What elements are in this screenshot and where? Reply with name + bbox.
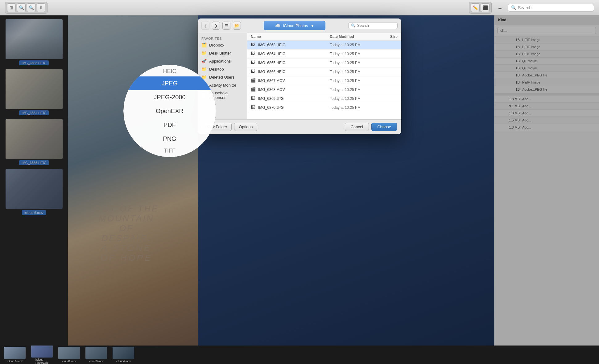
- search-bar[interactable]: 🔍: [508, 4, 594, 12]
- applications-icon: 🚀: [201, 59, 207, 63]
- film-item-5[interactable]: icloud4.mov: [111, 347, 136, 363]
- dialog-search[interactable]: 🔍: [348, 22, 398, 29]
- file-icon-2: 🖼: [251, 51, 256, 57]
- format-item-jpeg[interactable]: JPEG: [123, 76, 216, 90]
- file-name-1: IMG_6863.HEIC: [258, 43, 330, 47]
- format-item-jpeg2000[interactable]: JPEG-2000: [123, 90, 216, 104]
- film-thumb-1: [4, 347, 26, 359]
- format-popup-wrapper: HEIC JPEG JPEG-2000 OpenEXR PDF PNG TIFF: [123, 65, 216, 157]
- format-item-openexr[interactable]: OpenEXR: [123, 104, 216, 118]
- dialog-search-icon: 🔍: [351, 23, 356, 28]
- sidebar-label-dropbox: Dropbox: [209, 43, 224, 47]
- search-icon: 🔍: [511, 5, 516, 10]
- toolbar-share-btn[interactable]: ⬆: [37, 3, 45, 12]
- file-name-2: IMG_6864.HEIC: [258, 52, 330, 56]
- file-name-7: IMG_6869.JPG: [258, 96, 330, 101]
- file-name-4: IMG_6866.HEIC: [258, 70, 330, 74]
- choose-button[interactable]: Choose: [371, 123, 397, 131]
- options-button[interactable]: Options: [234, 123, 257, 131]
- col-size-header: Size: [379, 35, 398, 39]
- sidebar-item-dropbox[interactable]: 🗂️ Dropbox: [198, 41, 247, 49]
- film-thumb-2: [31, 346, 53, 358]
- file-date-8: Today at 10:25 PM: [330, 105, 379, 110]
- file-row-2[interactable]: 🖼 IMG_6864.HEIC Today at 10:25 PM: [247, 50, 401, 59]
- dialog-overlay: ❮ ❯ ☰ 📂 ☁️ iCloud Photos ▼ 🔍 Favorites: [0, 15, 599, 346]
- search-input[interactable]: [518, 5, 591, 10]
- file-icon-1: 🖼: [251, 42, 256, 48]
- file-row-6[interactable]: 🎬 IMG_6868.MOV Today at 10:25 PM: [247, 85, 401, 94]
- cloud-folder-icon: ☁️: [275, 23, 281, 28]
- col-name-header: Name: [251, 35, 330, 39]
- dialog-toolbar: ❮ ❯ ☰ 📂 ☁️ iCloud Photos ▼ 🔍: [198, 18, 401, 33]
- toolbar-pencil-btn[interactable]: ✏️: [471, 3, 480, 12]
- file-row-3[interactable]: 🖼 IMG_6865.HEIC Today at 10:25 PM: [247, 59, 401, 67]
- file-date-4: Today at 10:25 PM: [330, 70, 379, 74]
- toolbar-zoom-out-btn[interactable]: 🔍: [17, 3, 26, 12]
- col-date-header: Date Modified: [330, 35, 379, 39]
- dialog-forward-btn[interactable]: ❯: [212, 22, 220, 30]
- format-item-png[interactable]: PNG: [123, 132, 216, 146]
- film-item-4[interactable]: icloud3.mov: [84, 347, 109, 363]
- file-icon-8: 🖼: [251, 105, 256, 110]
- location-dropdown[interactable]: ☁️ iCloud Photos ▼: [264, 21, 325, 30]
- file-icon-5: 🎬: [251, 78, 256, 84]
- film-label-4: icloud3.mov: [89, 360, 104, 363]
- file-icon-4: 🖼: [251, 69, 256, 75]
- desk-blotter-icon: 📁: [201, 51, 207, 55]
- film-thumb-5: [113, 347, 134, 359]
- toolbar-expand-btn[interactable]: ⬛: [481, 3, 490, 12]
- toolbar-cloud-btn[interactable]: ☁: [495, 3, 504, 12]
- file-row-7[interactable]: 🖼 IMG_6869.JPG Today at 10:25 PM: [247, 94, 401, 103]
- file-row-5[interactable]: 🎬 IMG_6867.MOV Today at 10:25 PM: [247, 76, 401, 85]
- dialog-folder-btn[interactable]: 📂: [233, 22, 241, 30]
- file-row-4[interactable]: 🖼 IMG_6866.HEIC Today at 10:25 PM: [247, 67, 401, 76]
- file-icon-3: 🖼: [251, 60, 256, 66]
- file-date-3: Today at 10:25 PM: [330, 61, 379, 65]
- favorites-header: Favorites: [198, 35, 247, 41]
- film-item-2[interactable]: iCloudPhotos.zip: [30, 346, 54, 364]
- dropdown-chevron-icon: ▼: [311, 23, 315, 28]
- film-label-1: icloud 6.mov: [7, 360, 23, 363]
- filmstrip: icloud 6.mov iCloudPhotos.zip icloud2.mo…: [0, 346, 599, 364]
- dialog-back-btn[interactable]: ❮: [201, 22, 209, 30]
- toolbar-grid-btn[interactable]: ⊞: [7, 3, 16, 12]
- format-item-pdf[interactable]: PDF: [123, 118, 216, 132]
- toolbar-zoom-in-btn[interactable]: 🔍: [27, 3, 35, 12]
- format-dropdown-magnified: HEIC JPEG JPEG-2000 OpenEXR PDF PNG TIFF: [123, 65, 216, 157]
- sidebar-item-applications[interactable]: 🚀 Applications: [198, 57, 247, 65]
- format-item-heic[interactable]: HEIC: [123, 66, 216, 76]
- file-date-5: Today at 10:25 PM: [330, 79, 379, 83]
- film-item-3[interactable]: icloud2.mov: [57, 347, 81, 363]
- dialog-view-btn[interactable]: ☰: [222, 22, 230, 30]
- file-date-2: Today at 10:25 PM: [330, 52, 379, 56]
- format-list: HEIC JPEG JPEG-2000 OpenEXR PDF PNG TIFF: [123, 66, 216, 156]
- location-label: iCloud Photos: [283, 23, 308, 28]
- sidebar-item-desk-blotter[interactable]: 📁 Desk Blotter: [198, 49, 247, 57]
- cancel-button[interactable]: Cancel: [345, 123, 369, 131]
- film-label-3: icloud2.mov: [62, 360, 76, 363]
- toolbar-group-left: ⊞ 🔍 🔍 ⬆: [5, 2, 48, 14]
- mac-toolbar: ⊞ 🔍 🔍 ⬆ ✏️ ⬛ ☁ 🔍: [0, 0, 599, 15]
- file-date-1: Today at 10:25 PM: [330, 43, 379, 47]
- file-icon-7: 🖼: [251, 96, 256, 101]
- dropbox-icon: 🗂️: [201, 43, 207, 47]
- film-item-1[interactable]: icloud 6.mov: [2, 347, 27, 363]
- file-name-6: IMG_6868.MOV: [258, 88, 330, 92]
- location-picker: ☁️ iCloud Photos ▼: [243, 21, 346, 30]
- dialog-search-input[interactable]: [357, 23, 395, 28]
- file-row-1[interactable]: 🖼 IMG_6863.HEIC Today at 10:25 PM: [247, 41, 401, 50]
- file-name-8: IMG_6870.JPG: [258, 105, 330, 110]
- file-icon-6: 🎬: [251, 87, 256, 92]
- file-row-8[interactable]: 🖼 IMG_6870.JPG Today at 10:25 PM: [247, 103, 401, 112]
- file-date-7: Today at 10:25 PM: [330, 96, 379, 101]
- toolbar-group-right: ✏️ ⬛: [469, 2, 492, 14]
- format-item-tiff[interactable]: TIFF: [123, 146, 216, 156]
- film-label-2: iCloudPhotos.zip: [35, 358, 48, 364]
- film-thumb-4: [85, 347, 107, 359]
- film-thumb-3: [58, 347, 80, 359]
- dialog-file-list: Name Date Modified Size 🖼 IMG_6863.HEIC …: [247, 33, 401, 119]
- file-name-5: IMG_6867.MOV: [258, 79, 330, 83]
- file-date-6: Today at 10:25 PM: [330, 88, 379, 92]
- save-dialog: ❮ ❯ ☰ 📂 ☁️ iCloud Photos ▼ 🔍 Favorites: [198, 18, 401, 134]
- dialog-footer: New Folder Options Cancel Choose: [198, 119, 401, 134]
